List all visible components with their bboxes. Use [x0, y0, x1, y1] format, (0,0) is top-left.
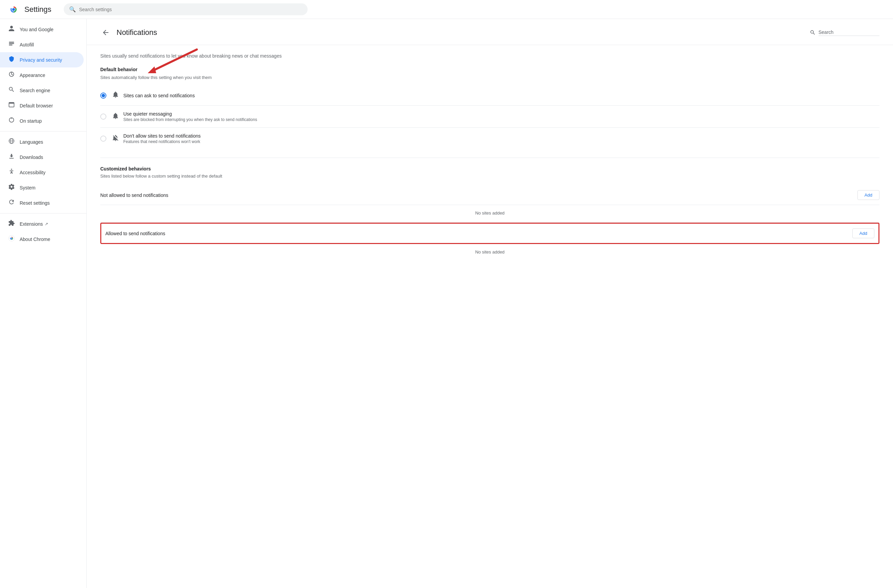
sidebar-item-about-chrome-label: About Chrome — [20, 236, 50, 242]
sidebar-divider-2 — [0, 213, 86, 214]
external-link-icon: ↗ — [45, 222, 48, 226]
header-search-label: Search — [818, 30, 833, 35]
accessibility-icon — [8, 168, 15, 177]
sidebar-item-reset-settings-label: Reset settings — [20, 200, 50, 206]
top-bar: Settings 🔍 — [0, 0, 893, 19]
page-title: Settings — [24, 5, 51, 14]
default-behavior-section: Default behavior Sites automatically fol… — [100, 67, 879, 149]
default-behavior-subtitle: Sites automatically follow this setting … — [100, 75, 879, 80]
not-allowed-add-button[interactable]: Add — [857, 190, 879, 200]
radio-sub-quieter: Sites are blocked from interrupting you … — [123, 117, 257, 122]
bell-off-icon — [112, 134, 119, 143]
chrome-logo-icon — [8, 4, 19, 15]
sidebar-item-system-label: System — [20, 185, 36, 191]
sidebar-item-search-engine[interactable]: Search engine — [0, 83, 84, 98]
svg-point-16 — [11, 169, 12, 170]
on-startup-icon — [8, 117, 15, 125]
autofill-icon — [8, 40, 15, 49]
about-chrome-icon — [8, 235, 15, 243]
svg-rect-6 — [9, 45, 12, 46]
svg-rect-4 — [9, 42, 14, 43]
main-content: Notifications Search Sites usually send … — [87, 19, 893, 588]
sidebar-item-accessibility-label: Accessibility — [20, 170, 45, 175]
allowed-header-highlighted: Allowed to send notifications Add — [100, 223, 879, 244]
sidebar-item-default-browser[interactable]: Default browser — [0, 98, 84, 113]
search-input[interactable] — [79, 7, 302, 12]
radio-content-ask: Sites can ask to send notifications — [112, 91, 879, 100]
sidebar-item-downloads[interactable]: Downloads — [0, 149, 84, 165]
radio-sub-dont-allow: Features that need notifications won't w… — [123, 139, 201, 144]
sidebar-item-system[interactable]: System — [0, 180, 84, 195]
sidebar-item-privacy-security-label: Privacy and security — [20, 57, 62, 63]
customized-title: Customized behaviors — [100, 166, 879, 171]
radio-option-ask[interactable]: Sites can ask to send notifications — [100, 86, 879, 106]
bell-quieter-icon — [112, 112, 119, 121]
sidebar-item-downloads-label: Downloads — [20, 155, 43, 160]
sidebar-item-reset-settings[interactable]: Reset settings — [0, 195, 84, 211]
sidebar-item-on-startup[interactable]: On startup — [0, 113, 84, 128]
sidebar-item-about-chrome[interactable]: About Chrome — [0, 232, 84, 247]
header-search-icon — [810, 30, 816, 36]
sidebar-item-privacy-security[interactable]: Privacy and security — [0, 52, 84, 68]
svg-rect-15 — [9, 158, 14, 159]
sidebar-item-default-browser-label: Default browser — [20, 103, 53, 108]
radio-option-dont-allow[interactable]: Don't allow sites to send notifications … — [100, 128, 879, 149]
radio-circle-dont-allow — [100, 135, 107, 142]
svg-rect-9 — [9, 102, 14, 103]
allowed-section: Allowed to send notifications Add No sit… — [100, 223, 879, 254]
allowed-add-button[interactable]: Add — [852, 229, 874, 238]
notifications-subtitle: Sites usually send notifications to let … — [100, 53, 879, 59]
search-bar[interactable]: 🔍 — [64, 3, 308, 15]
svg-point-3 — [12, 8, 15, 11]
sidebar-item-search-engine-label: Search engine — [20, 88, 50, 93]
sidebar-item-autofill[interactable]: Autofill — [0, 37, 84, 52]
languages-icon — [8, 138, 15, 146]
sidebar-item-appearance[interactable]: Appearance — [0, 68, 84, 83]
sidebar-item-extensions[interactable]: Extensions ↗ — [0, 216, 84, 232]
customized-behaviors-section: Customized behaviors Sites listed below … — [100, 166, 879, 254]
back-button[interactable] — [100, 27, 111, 38]
radio-circle-quieter — [100, 114, 107, 120]
radio-text-quieter: Use quieter messaging Sites are blocked … — [123, 111, 257, 122]
radio-circle-ask — [100, 93, 107, 99]
default-browser-icon — [8, 101, 15, 110]
svg-rect-5 — [9, 43, 14, 44]
appearance-icon — [8, 71, 15, 79]
content-body: Sites usually send notifications to let … — [87, 45, 893, 263]
sidebar-item-accessibility[interactable]: Accessibility — [0, 165, 84, 180]
sidebar: You and Google Autofill Privacy and secu… — [0, 19, 87, 588]
sidebar-item-on-startup-label: On startup — [20, 118, 42, 124]
sidebar-item-appearance-label: Appearance — [20, 72, 45, 78]
sidebar-item-you-google[interactable]: You and Google — [0, 22, 84, 37]
radio-text-ask: Sites can ask to send notifications — [123, 93, 195, 98]
section-divider — [100, 158, 879, 158]
search-icon: 🔍 — [69, 6, 76, 12]
not-allowed-header: Not allowed to send notifications Add — [100, 185, 879, 205]
radio-main-quieter: Use quieter messaging — [123, 111, 257, 117]
radio-text-dont-allow: Don't allow sites to send notifications … — [123, 133, 201, 144]
radio-main-ask: Sites can ask to send notifications — [123, 93, 195, 98]
radio-option-quieter[interactable]: Use quieter messaging Sites are blocked … — [100, 106, 879, 128]
shield-icon — [8, 56, 15, 64]
svg-point-19 — [11, 238, 12, 239]
search-engine-icon — [8, 86, 15, 95]
allowed-label: Allowed to send notifications — [105, 231, 165, 236]
bell-icon — [112, 91, 119, 100]
notifications-header: Notifications Search — [87, 19, 893, 45]
sidebar-item-you-google-label: You and Google — [20, 27, 54, 32]
not-allowed-label: Not allowed to send notifications — [100, 192, 168, 198]
person-icon — [8, 25, 15, 33]
sidebar-item-extensions-label: Extensions — [20, 221, 43, 227]
header-search-field[interactable]: Search — [818, 30, 879, 36]
radio-content-dont-allow: Don't allow sites to send notifications … — [112, 133, 879, 144]
notifications-title-row: Notifications — [100, 27, 157, 38]
sidebar-item-languages[interactable]: Languages — [0, 134, 84, 149]
radio-content-quieter: Use quieter messaging Sites are blocked … — [112, 111, 879, 122]
extensions-label-wrapper: Extensions ↗ — [20, 221, 48, 227]
default-behavior-title: Default behavior — [100, 67, 879, 72]
system-icon — [8, 183, 15, 192]
downloads-icon — [8, 153, 15, 161]
header-search: Search — [810, 30, 879, 36]
customized-subtitle: Sites listed below follow a custom setti… — [100, 173, 879, 179]
sidebar-item-autofill-label: Autofill — [20, 42, 34, 47]
